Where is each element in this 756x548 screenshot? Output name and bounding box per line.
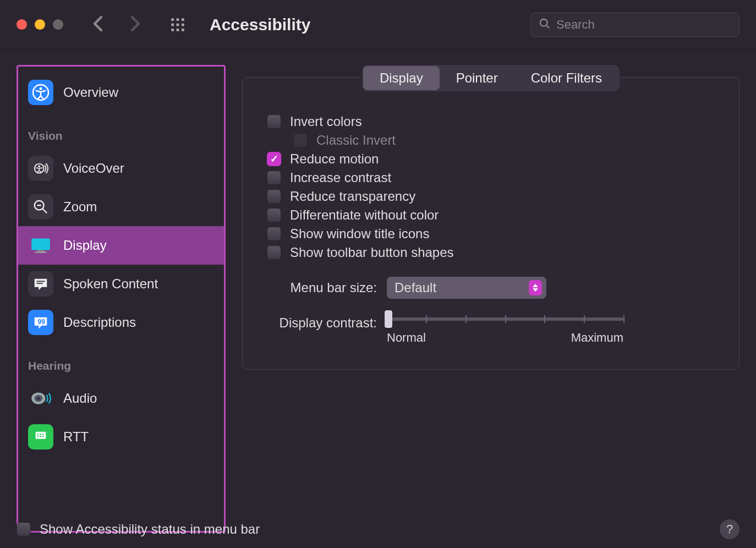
search-field[interactable]	[530, 13, 739, 37]
footer-status-label[interactable]: Show Accessibility status in menu bar	[40, 522, 260, 537]
svg-line-16	[43, 209, 47, 213]
sidebar-item-zoom[interactable]: Zoom	[18, 188, 224, 226]
checkbox-differentiate-without-color[interactable]: Differentiate without color	[267, 207, 715, 223]
checkbox-increase-contrast[interactable]: Increase contrast	[267, 170, 715, 185]
menu-bar-size-row: Menu bar size: Default	[267, 277, 715, 299]
sidebar-item-voiceover[interactable]: VoiceOver	[18, 149, 224, 188]
display-contrast-row: Display contrast:	[267, 315, 715, 345]
checkbox-icon	[267, 114, 281, 129]
tab-display[interactable]: Display	[363, 66, 440, 90]
select-stepper-icon	[529, 280, 542, 295]
checkbox-show-toolbar-button-shapes[interactable]: Show toolbar button shapes	[267, 245, 715, 260]
svg-rect-30	[40, 434, 41, 435]
tab-pointer[interactable]: Pointer	[440, 66, 514, 90]
svg-rect-21	[35, 252, 47, 253]
sidebar-item-label: RTT	[63, 429, 89, 445]
checkbox-show-window-title-icons[interactable]: Show window title icons	[267, 226, 715, 242]
window-title: Accessibility	[210, 15, 523, 34]
svg-text:99: 99	[37, 318, 45, 326]
checkbox-label: Invert colors	[290, 114, 362, 129]
checkbox-icon	[267, 152, 281, 166]
help-button[interactable]: ?	[720, 519, 739, 539]
sidebar-section-hearing: Hearing	[18, 342, 224, 379]
checkbox-reduce-motion[interactable]: Reduce motion	[267, 151, 715, 167]
svg-rect-2	[182, 18, 184, 21]
svg-point-9	[540, 19, 547, 26]
sidebar: Overview Vision VoiceOver Zoom Displa	[17, 65, 226, 533]
footer: Show Accessibility status in menu bar ?	[17, 519, 739, 539]
checkbox-label: Classic Invert	[316, 133, 396, 148]
checkbox-classic-invert: Classic Invert	[293, 133, 715, 148]
sidebar-item-descriptions[interactable]: 99 Descriptions	[18, 303, 224, 342]
checkbox-icon	[267, 171, 281, 185]
select-value: Default	[395, 280, 436, 295]
sidebar-item-label: Audio	[63, 391, 97, 406]
voiceover-icon	[28, 156, 53, 181]
checkbox-label: Reduce motion	[290, 151, 379, 167]
tab-color-filters[interactable]: Color Filters	[514, 66, 618, 90]
svg-rect-29	[37, 434, 39, 435]
checkbox-icon	[293, 133, 308, 147]
checkbox-icon	[267, 245, 281, 260]
svg-rect-33	[40, 436, 41, 437]
svg-rect-23	[37, 283, 43, 284]
svg-rect-32	[37, 436, 39, 437]
display-contrast-slider[interactable]	[387, 317, 623, 321]
checkbox-icon	[267, 227, 281, 241]
slider-min-label: Normal	[387, 331, 426, 345]
svg-rect-4	[177, 23, 179, 26]
svg-point-12	[40, 87, 42, 90]
svg-rect-0	[171, 18, 174, 21]
sidebar-item-label: Descriptions	[63, 315, 136, 330]
checkbox-icon[interactable]	[17, 522, 31, 536]
checkbox-icon	[267, 208, 281, 222]
zoom-icon	[28, 194, 53, 220]
sidebar-item-label: VoiceOver	[63, 161, 124, 176]
slider-max-label: Maximum	[571, 331, 623, 345]
sidebar-item-spoken-content[interactable]: Spoken Content	[18, 265, 224, 303]
audio-icon	[28, 386, 53, 411]
back-button[interactable]	[93, 15, 103, 34]
checkbox-reduce-transparency[interactable]: Reduce transparency	[267, 189, 715, 204]
search-icon	[539, 18, 551, 32]
svg-rect-22	[37, 281, 45, 282]
svg-rect-7	[177, 29, 179, 31]
sidebar-item-audio[interactable]: Audio	[18, 379, 224, 418]
spoken-content-icon	[28, 271, 53, 297]
accessibility-icon	[28, 80, 53, 105]
display-panel: Invert colors Classic Invert Reduce moti…	[242, 77, 739, 370]
svg-rect-31	[42, 434, 44, 435]
svg-point-27	[37, 397, 40, 399]
close-window-button[interactable]	[17, 19, 27, 30]
svg-rect-19	[31, 238, 50, 250]
svg-rect-3	[171, 23, 174, 26]
minimize-window-button[interactable]	[35, 19, 45, 30]
tabs: Display Pointer Color Filters	[362, 65, 620, 91]
traffic-lights	[17, 19, 63, 30]
search-input[interactable]	[556, 18, 731, 32]
sidebar-item-overview[interactable]: Overview	[18, 73, 224, 112]
sidebar-item-label: Zoom	[63, 199, 97, 215]
svg-rect-34	[42, 436, 44, 437]
show-all-icon[interactable]	[170, 17, 185, 32]
checkbox-label: Differentiate without color	[290, 207, 439, 223]
checkbox-label: Reduce transparency	[290, 189, 415, 204]
svg-line-10	[546, 25, 550, 28]
forward-button[interactable]	[130, 15, 140, 34]
menu-bar-size-select[interactable]: Default	[387, 277, 546, 299]
slider-knob[interactable]	[385, 310, 392, 328]
titlebar: Accessibility	[0, 0, 756, 50]
checkbox-label: Increase contrast	[290, 170, 391, 185]
sidebar-item-display[interactable]: Display	[18, 226, 224, 265]
sidebar-section-vision: Vision	[18, 112, 224, 149]
display-contrast-label: Display contrast:	[267, 315, 377, 331]
svg-rect-6	[171, 29, 174, 31]
checkbox-icon	[267, 189, 281, 204]
svg-rect-8	[182, 29, 184, 31]
svg-rect-28	[36, 432, 46, 439]
sidebar-item-rtt[interactable]: RTT	[18, 418, 224, 456]
checkbox-invert-colors[interactable]: Invert colors	[267, 114, 715, 129]
descriptions-icon: 99	[28, 310, 53, 335]
zoom-window-button[interactable]	[53, 19, 63, 30]
svg-point-14	[38, 165, 40, 167]
